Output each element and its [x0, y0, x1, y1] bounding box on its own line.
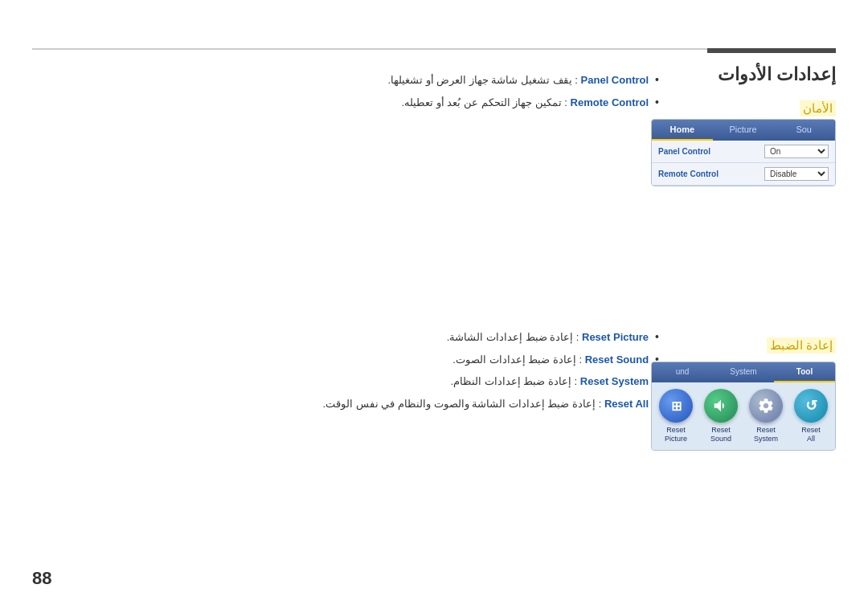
reset-all-term: Reset All: [604, 398, 649, 410]
section1-bullets: • Panel Control : يقف تشغيل شاشة جهاز ال…: [32, 72, 659, 116]
bullet-panel-control: • Panel Control : يقف تشغيل شاشة جهاز ال…: [32, 72, 659, 88]
panel1-tabs: Home Picture Sou: [652, 120, 835, 141]
reset-sound-item[interactable]: ResetSound: [704, 389, 738, 443]
tab-home[interactable]: Home: [652, 120, 713, 141]
reset-system-item[interactable]: ResetSystem: [749, 389, 783, 443]
panel-control-label: Panel Control: [658, 147, 764, 156]
bullet-dot-3: •: [655, 330, 659, 343]
tab-system[interactable]: System: [713, 362, 774, 382]
bullet-text-5: Reset System : إعادة ضبط إعدادات النظام.: [451, 374, 649, 390]
top-accent-line: [707, 48, 836, 53]
top-divider-line: [32, 48, 707, 50]
tab-und-partial[interactable]: und: [652, 362, 713, 382]
bullet-reset-system: • Reset System : إعادة ضبط إعدادات النظا…: [32, 374, 659, 390]
bullet-reset-picture: • Reset Picture : إعادة ضبط إعدادات الشا…: [32, 329, 659, 345]
tab-picture[interactable]: Picture: [713, 120, 774, 141]
remote-control-label: Remote Control: [658, 170, 764, 178]
reset-all-item[interactable]: ↺ ResetAll: [794, 389, 828, 443]
tab-sound-partial[interactable]: Sou: [773, 120, 835, 141]
remote-control-term: Remote Control: [571, 96, 649, 108]
reset-system-icon: [749, 389, 783, 423]
tab-tool[interactable]: Tool: [774, 362, 835, 382]
reset-picture-term: Reset Picture: [582, 331, 649, 343]
panel2-tabs: und System Tool: [652, 362, 835, 382]
bullet-text-3: Reset Picture : إعادة ضبط إعدادات الشاشة…: [447, 329, 649, 345]
reset-picture-icon: ⊞: [659, 389, 693, 423]
main-title: إعدادات الأدوات: [718, 64, 836, 85]
reset-picture-item[interactable]: ⊞ ResetPicture: [659, 389, 693, 443]
security-panel: Home Picture Sou Panel Control On Off Re…: [651, 119, 836, 186]
bullet-remote-control: • Remote Control : تمكين جهاز التحكم عن …: [32, 95, 659, 111]
bullet-text-4: Reset Sound : إعادة ضبط إعدادات الصوت.: [452, 352, 649, 368]
reset-sound-label: ResetSound: [710, 426, 731, 443]
page-number: 88: [32, 568, 51, 589]
bullet-text-2: Remote Control : تمكين جهاز التحكم عن بُ…: [401, 95, 649, 111]
remote-control-select[interactable]: Disable Enable: [764, 167, 829, 181]
bullet-reset-all: • Reset All : إعادة ضبط إعدادات الشاشة و…: [32, 396, 659, 412]
section1-heading: الأمان: [800, 100, 836, 116]
bullet-reset-sound: • Reset Sound : إعادة ضبط إعدادات الصوت.: [32, 352, 659, 368]
bullet-dot-2: •: [655, 96, 659, 108]
panel-control-term: Panel Control: [581, 74, 649, 86]
reset-panel: und System Tool ⊞ ResetPicture ResetSoun…: [651, 362, 836, 451]
reset-system-term: Reset System: [580, 375, 649, 387]
section2-heading: إعادة الضبط: [767, 337, 836, 353]
reset-icons-row: ⊞ ResetPicture ResetSound ResetSystem ↺: [652, 382, 835, 450]
remote-control-row: Remote Control Disable Enable: [652, 163, 835, 186]
reset-picture-label: ResetPicture: [665, 426, 687, 443]
reset-system-label: ResetSystem: [754, 426, 778, 443]
bullet-text-1: Panel Control : يقف تشغيل شاشة جهاز العر…: [387, 72, 649, 88]
reset-all-icon: ↺: [794, 389, 828, 423]
reset-all-label: ResetAll: [801, 426, 821, 443]
panel-control-select[interactable]: On Off: [764, 145, 829, 158]
reset-sound-icon: [704, 389, 738, 423]
bullet-dot-1: •: [655, 73, 659, 86]
reset-sound-term: Reset Sound: [585, 353, 649, 366]
bullet-text-6: Reset All : إعادة ضبط إعدادات الشاشة وال…: [323, 396, 649, 412]
panel-control-row: Panel Control On Off: [652, 141, 835, 163]
section2-bullets: • Reset Picture : إعادة ضبط إعدادات الشا…: [32, 329, 659, 418]
